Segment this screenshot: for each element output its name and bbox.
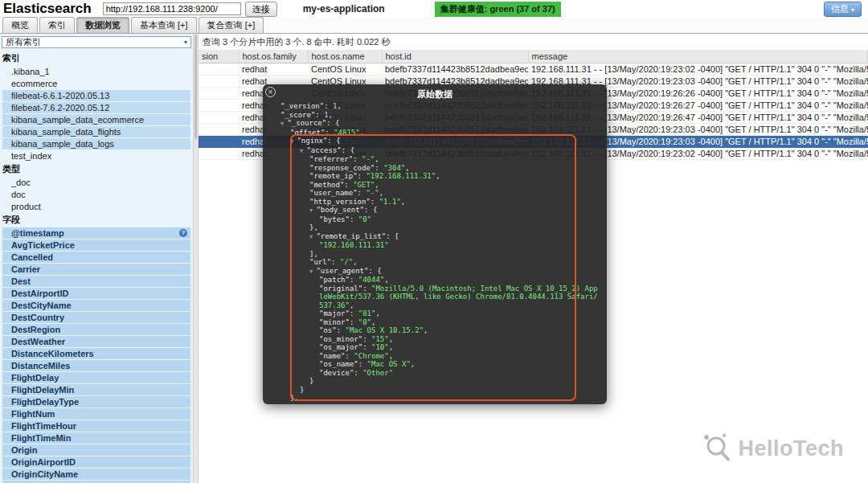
column-label: message <box>532 51 568 61</box>
json-key: "major": <box>319 309 358 317</box>
cell-version <box>199 87 239 99</box>
column-header[interactable]: host.os.family <box>239 50 308 63</box>
sidebar-field-item[interactable]: AvgTicketPrice? <box>2 239 190 251</box>
json-value: "304" <box>383 164 405 172</box>
column-label: host.id <box>386 51 411 61</box>
sidebar-field-item[interactable]: FlightDelayMin? <box>2 384 190 395</box>
column-header[interactable]: host.id <box>382 50 528 63</box>
tab[interactable]: 概览 <box>2 17 38 33</box>
json-value: "4044" <box>358 276 385 284</box>
json-line: "http_version": "1.1", <box>271 198 600 207</box>
table-row[interactable]: redhat CentOS Linux bdefb7337d114423b851… <box>199 63 868 75</box>
column-label: sion <box>202 51 218 61</box>
sidebar-field-item[interactable]: @timestamp? <box>2 227 190 239</box>
sidebar-index-item[interactable]: filebeat-7.6.2-2020.05.12 <box>2 102 190 113</box>
sidebar-index-item[interactable]: ecommerce <box>2 78 190 89</box>
type-name: doc <box>11 190 26 199</box>
sidebar-index-item[interactable]: filebeat-6.6.1-2020.05.13 <box>2 90 190 101</box>
json-line: "method": "GET", <box>271 181 600 190</box>
json-key: "_source": <box>287 119 335 127</box>
info-button[interactable]: 信息▾ <box>824 2 862 17</box>
sidebar-field-item[interactable]: DestWeather? <box>2 336 190 347</box>
sidebar-index-item[interactable]: test_index <box>2 150 190 162</box>
json-key: "body_sent": <box>316 206 372 214</box>
es-url-input[interactable] <box>103 2 241 15</box>
info-button-label: 信息 <box>831 4 849 14</box>
json-punct: }, <box>309 223 318 231</box>
sidebar-field-item[interactable]: OriginAirportID? <box>2 456 190 468</box>
scrollbar-thumb[interactable] <box>194 35 197 139</box>
sidebar-field-item[interactable]: FlightDelayType? <box>2 396 190 407</box>
json-punct: } <box>300 386 304 394</box>
json-punct: , <box>371 318 375 326</box>
json-line: ▼ "user_agent": { <box>271 267 600 276</box>
sidebar-index-item[interactable]: .kibana_1 <box>2 66 190 77</box>
sidebar-field-item[interactable]: FlightNum? <box>2 408 190 420</box>
sidebar-field-item[interactable]: Carrier? <box>2 264 190 275</box>
help-icon[interactable]: ? <box>179 229 187 237</box>
cell-version <box>199 63 239 75</box>
raw-data-modal: × 原始数据 "_version": 1,"_score": 1,▼ "_sou… <box>263 84 607 404</box>
sidebar-field-item[interactable]: DistanceMiles? <box>2 360 190 371</box>
json-line: "192.168.111.31" <box>271 241 600 250</box>
json-line: "original": "Mozilla/5.0 (Macintosh; Int… <box>271 284 600 310</box>
index-filter-select[interactable]: 所有索引 ▾ <box>2 36 191 48</box>
json-punct: { <box>377 267 381 275</box>
json-value: "-" <box>366 189 379 197</box>
json-value: "1.1" <box>379 198 401 206</box>
json-line: }, <box>271 223 600 232</box>
sidebar-field-item[interactable]: FlightDelay? <box>2 372 190 383</box>
tab-label: 索引 <box>48 20 66 30</box>
column-header[interactable]: message <box>528 50 868 63</box>
sidebar-field-item[interactable]: FlightTimeHour? <box>2 420 190 432</box>
json-lines: "_version": 1,"_score": 1,▼ "_source": {… <box>271 102 600 401</box>
tab[interactable]: 数据浏览 <box>76 17 129 33</box>
sidebar-field-item[interactable]: DistanceKilometers? <box>2 348 190 359</box>
field-name: FlightTimeHour <box>11 421 76 431</box>
close-icon[interactable]: × <box>265 87 276 97</box>
sidebar-field-item[interactable]: DestCityName? <box>2 300 190 311</box>
cell-host-id: bdefb7337d114423b8512dadbea9ece2 <box>382 63 528 75</box>
sidebar-field-item[interactable]: DestCountry? <box>2 312 190 323</box>
sidebar-type-item[interactable]: _doc <box>2 177 190 188</box>
json-line: "_score": 1, <box>271 111 600 120</box>
sidebar-scrollbar[interactable] <box>193 34 199 483</box>
json-line: "remote_ip": "192.168.111.31", <box>271 172 600 181</box>
tab[interactable]: 基本查询 [+] <box>131 17 197 33</box>
sidebar-field-item[interactable]: Dest? <box>2 276 190 287</box>
connect-button[interactable]: 连接 <box>245 2 277 17</box>
sidebar-field-item[interactable]: Cancelled? <box>2 252 190 263</box>
app-logo: Elasticsearch <box>3 1 92 17</box>
json-value: "Mac OS X 10.15.2" <box>346 326 424 334</box>
index-name: kibana_sample_data_logs <box>11 139 114 149</box>
json-line: "user_name": "-", <box>271 189 600 198</box>
index-name: filebeat-7.6.2-2020.05.12 <box>11 103 109 113</box>
sidebar-index-item[interactable]: kibana_sample_data_logs <box>2 138 190 149</box>
json-punct: , <box>384 276 388 284</box>
sidebar-field-item[interactable]: DestRegion? <box>2 324 190 335</box>
elasticsearch-head-app: Elasticsearch 连接 my-es-application 集群健康值… <box>0 0 868 483</box>
json-line: "referrer": "-", <box>271 155 600 164</box>
sidebar-field-item[interactable]: FlightTimeMin? <box>2 432 190 444</box>
watermark-text: HelloTech <box>738 436 844 461</box>
json-punct: , <box>389 352 393 360</box>
json-line: "os_minor": "15", <box>271 335 600 344</box>
sidebar-field-item[interactable]: OriginCityName? <box>2 469 190 480</box>
tab[interactable]: 复合查询 [+] <box>199 17 264 33</box>
sidebar-field-item[interactable]: DestAirportID? <box>2 288 190 299</box>
sidebar-type-item[interactable]: product <box>2 201 190 212</box>
field-name: DestCityName <box>11 301 72 310</box>
json-line: "url": "/", <box>271 258 600 267</box>
json-line: "device": "Other" <box>271 369 600 378</box>
column-header[interactable]: sion <box>199 50 239 63</box>
sidebar-field-item[interactable]: Origin? <box>2 444 190 456</box>
column-header[interactable]: host.os.name <box>308 50 382 63</box>
json-key: "_score": <box>280 111 324 119</box>
index-name: kibana_sample_data_flights <box>11 127 121 137</box>
sidebar-index-item[interactable]: kibana_sample_data_flights <box>2 126 190 137</box>
sidebar-type-item[interactable]: doc <box>2 189 190 200</box>
json-punct: , <box>360 129 364 137</box>
sidebar-index-item[interactable]: kibana_sample_data_ecommerce <box>2 114 190 125</box>
json-line: ▼ "body_sent": { <box>271 206 600 215</box>
tab[interactable]: 索引 <box>39 17 75 33</box>
